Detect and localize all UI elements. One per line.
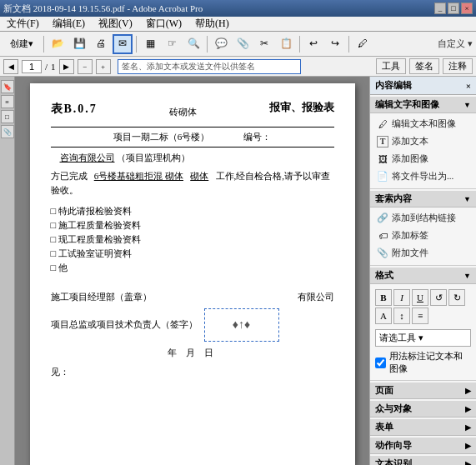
open-button[interactable]: 📂 bbox=[48, 34, 68, 54]
main-area: 🔖 ≡ □ 📎 表B.0.7 砖砌体 报审、报验表 项目一期二标（6号楼） 编号… bbox=[0, 77, 476, 465]
edit-text-image-label: 编辑文本和图像 bbox=[392, 118, 456, 130]
menu-file[interactable]: 文件(F) bbox=[3, 16, 43, 32]
close-button[interactable]: × bbox=[461, 2, 473, 14]
panel-section-format[interactable]: 格式 ▼ bbox=[370, 268, 476, 284]
ref-label: 编号： bbox=[243, 132, 271, 142]
sig-char-3: ♦ bbox=[244, 318, 250, 332]
pdf-page: 表B.0.7 砖砌体 报审、报验表 项目一期二标（6号楼） 编号： 咨询有限公司… bbox=[30, 83, 355, 465]
clipboard-button[interactable]: 📋 bbox=[276, 34, 296, 54]
section-format-title: 格式 bbox=[375, 269, 393, 282]
save-button[interactable]: 💾 bbox=[69, 34, 89, 54]
panel-item-add-tag[interactable]: 🏷 添加标签 bbox=[370, 227, 476, 244]
section-format-arrow: ▼ bbox=[463, 272, 471, 280]
print-button[interactable]: 🖨 bbox=[91, 34, 111, 54]
panel-item-edit-text-image[interactable]: 🖊 编辑文本和图像 bbox=[370, 115, 476, 132]
undo-button[interactable]: ↩ bbox=[303, 34, 323, 54]
signature-box[interactable]: ♦ ↑ ♦ bbox=[204, 308, 279, 342]
next-page-button[interactable]: ▶ bbox=[59, 59, 74, 74]
panel-section-action[interactable]: 动作向导 ▶ bbox=[370, 438, 476, 454]
export-icon: 📄 bbox=[377, 171, 388, 182]
bold-button[interactable]: B bbox=[375, 289, 392, 306]
italic-button[interactable]: I bbox=[393, 289, 410, 306]
remark-row: 见： bbox=[51, 366, 334, 378]
panel-section-edit[interactable]: 编辑文字和图像 ▼ bbox=[370, 97, 476, 113]
panel-header: 内容编辑 × bbox=[370, 77, 476, 95]
attach-panel-icon: 📎 bbox=[377, 248, 388, 259]
document-area[interactable]: 表B.0.7 砖砌体 报审、报验表 项目一期二标（6号楼） 编号： 咨询有限公司… bbox=[15, 77, 369, 465]
panel-close-icon[interactable]: × bbox=[466, 81, 471, 91]
panel-item-add-image[interactable]: 🖼 添加图像 bbox=[370, 150, 476, 168]
check-item-4: □ 他 bbox=[51, 262, 334, 274]
menu-edit[interactable]: 编辑(E) bbox=[49, 16, 88, 32]
comment-button[interactable]: 💬 bbox=[211, 34, 231, 54]
panel-section-crowd[interactable]: 众与对象 ▶ bbox=[370, 401, 476, 418]
customize-label[interactable]: 自定义 ▾ bbox=[438, 38, 473, 50]
underline-button[interactable]: U bbox=[412, 289, 428, 306]
zoom-in-nav-button[interactable]: + bbox=[96, 59, 111, 74]
font-button[interactable]: A bbox=[375, 308, 392, 324]
section-form-arrow: ▶ bbox=[465, 423, 471, 432]
maximize-button[interactable]: □ bbox=[448, 2, 459, 14]
section-crowd-arrow: ▶ bbox=[465, 405, 471, 413]
menu-view[interactable]: 视图(V) bbox=[95, 16, 136, 32]
edit-text-image-icon: 🖊 bbox=[377, 118, 388, 130]
panel-divider-2 bbox=[370, 265, 476, 266]
attach-button[interactable]: 📎 bbox=[233, 34, 253, 54]
search-box[interactable]: 签名、添加文本或发送文件以供签名 bbox=[118, 59, 301, 74]
add-tag-label: 添加标签 bbox=[392, 229, 428, 242]
bookmark-button[interactable]: 🔖 bbox=[1, 80, 14, 93]
nav-bar: ◀ / 1 ▶ − + 签名、添加文本或发送文件以供签名 工具 签名 注释 bbox=[0, 57, 476, 77]
section-edit-title: 编辑文字和图像 bbox=[375, 98, 439, 111]
menu-window[interactable]: 窗口(W) bbox=[143, 16, 185, 32]
add-tag-icon: 🏷 bbox=[377, 230, 388, 242]
add-image-label: 添加图像 bbox=[392, 152, 428, 165]
tools-button[interactable]: 工具 bbox=[376, 58, 406, 74]
right-panel: 内容编辑 × 编辑文字和图像 ▼ 🖊 编辑文本和图像 T 添加文本 🖼 添加图像… bbox=[369, 77, 476, 465]
zoom-in-button[interactable]: 🔍 bbox=[183, 34, 203, 54]
email-button[interactable]: ✉ bbox=[113, 34, 133, 54]
panel-section-page[interactable]: 页面 ▶ bbox=[370, 382, 476, 399]
section-ocr-title: 文本识别 bbox=[375, 458, 412, 465]
panel-section-form[interactable]: 表单 ▶ bbox=[370, 419, 476, 436]
zoom-out-nav-button[interactable]: − bbox=[78, 59, 93, 74]
signer-row: 项目总监或项目技术负责人（签字） ♦ ↑ ♦ bbox=[51, 308, 334, 342]
clip-button[interactable]: ✂ bbox=[254, 34, 274, 54]
remark-label: 见： bbox=[51, 367, 69, 377]
signer-label: 项目总监或项目技术负责人（签字） bbox=[51, 318, 198, 331]
panel-section-ocr[interactable]: 文本识别 ▶ bbox=[370, 456, 476, 465]
rotate-cw-button[interactable]: ↻ bbox=[448, 289, 465, 306]
menu-help[interactable]: 帮助(H) bbox=[192, 16, 233, 32]
panel-item-attach[interactable]: 📎 附加文件 bbox=[370, 244, 476, 262]
create-button[interactable]: 创建▾ bbox=[3, 34, 40, 54]
panel-item-export[interactable]: 📄 将文件导出为... bbox=[370, 168, 476, 185]
select-button[interactable]: ▦ bbox=[140, 34, 160, 54]
prev-page-button[interactable]: ◀ bbox=[3, 59, 18, 74]
pages-button[interactable]: □ bbox=[1, 110, 14, 123]
supervisor-company: 咨询有限公司 bbox=[60, 152, 115, 162]
align-button[interactable]: ≡ bbox=[412, 308, 428, 324]
toolbar-separator-2 bbox=[136, 36, 137, 52]
panel-item-add-text[interactable]: T 添加文本 bbox=[370, 132, 476, 150]
minimize-button[interactable]: _ bbox=[434, 2, 446, 14]
panel-section-lasso[interactable]: 套索内容 ▼ bbox=[370, 191, 476, 208]
sign-button[interactable]: 🖊 bbox=[353, 34, 373, 54]
comment-nav-button[interactable]: 注释 bbox=[443, 58, 473, 74]
hand-button[interactable]: ☞ bbox=[162, 34, 182, 54]
panel-item-add-link[interactable]: 🔗 添加到结构链接 bbox=[370, 209, 476, 227]
export-label: 将文件导出为... bbox=[392, 170, 453, 182]
flip-button[interactable]: ↕ bbox=[393, 308, 410, 324]
select-tool-dropdown[interactable]: 请选工具 ▾ bbox=[375, 329, 471, 347]
toolbar-separator-5 bbox=[348, 36, 349, 52]
page-number-input[interactable] bbox=[22, 60, 42, 73]
annotate-checkbox[interactable] bbox=[375, 358, 386, 368]
section-format-body: B I U ↺ ↻ A ↕ ≡ 请选工具 ▾ 用法标注记文本和图像 bbox=[370, 284, 476, 378]
rotate-ccw-button[interactable]: ↺ bbox=[430, 289, 447, 306]
layers-button[interactable]: ≡ bbox=[1, 95, 14, 108]
redo-button[interactable]: ↪ bbox=[325, 34, 345, 54]
sign-nav-button[interactable]: 签名 bbox=[409, 58, 439, 74]
checkbox-row: 用法标注记文本和图像 bbox=[370, 348, 476, 377]
date-row: 年 月 日 bbox=[51, 347, 334, 359]
nav-tools-right: 工具 签名 注释 bbox=[376, 58, 473, 74]
attachments-button[interactable]: 📎 bbox=[1, 125, 14, 138]
form-type: 砖砌体 bbox=[98, 106, 269, 118]
